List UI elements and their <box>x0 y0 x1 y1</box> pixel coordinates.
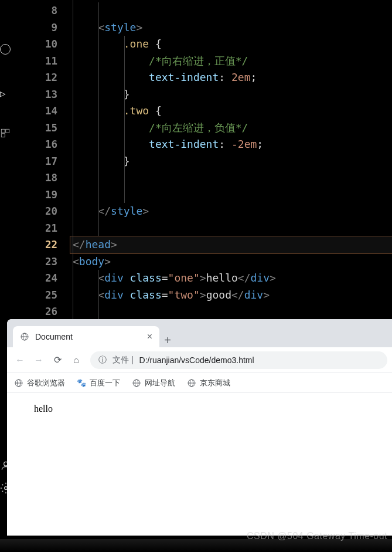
line-number[interactable]: 24 <box>12 270 70 287</box>
bookmark-label: 网址导航 <box>145 378 175 388</box>
rendered-text-one: hello <box>15 404 384 414</box>
bookmark-item[interactable]: 🐾 百度一下 <box>77 378 120 388</box>
line-number[interactable]: 15 <box>12 120 70 137</box>
line-number[interactable]: 26 <box>12 303 70 320</box>
line-number[interactable]: 25 <box>12 287 70 304</box>
line-number[interactable]: 19 <box>12 187 70 204</box>
line-number[interactable]: 12 <box>12 69 70 86</box>
svg-rect-0 <box>1 129 5 133</box>
close-tab-icon[interactable]: × <box>147 331 152 342</box>
extensions-icon[interactable] <box>0 128 11 138</box>
line-number[interactable]: 9 <box>12 19 70 36</box>
activity-bar <box>0 0 12 319</box>
line-number[interactable]: 13 <box>12 86 70 103</box>
line-number[interactable]: 14 <box>12 103 70 120</box>
address-bar[interactable]: ⓘ 文件 | D:/ruanjian/vsCode/demo3.html <box>90 351 387 369</box>
addr-scheme: 文件 | <box>113 355 134 365</box>
page-viewport: hello od <box>7 393 392 435</box>
code-content[interactable]: <style> .one { /*向右缩进，正值*/ text-indent: … <box>70 0 392 319</box>
globe-icon <box>14 378 23 388</box>
bookmark-label: 谷歌浏览器 <box>27 378 65 388</box>
line-number[interactable]: 11 <box>12 53 70 70</box>
tab-title: Document <box>35 332 141 341</box>
paw-icon: 🐾 <box>77 378 86 388</box>
line-number[interactable]: 18 <box>12 170 70 187</box>
line-number[interactable]: 23 <box>12 253 70 270</box>
circle-icon[interactable] <box>0 44 11 55</box>
bookmarks-bar: 谷歌浏览器 🐾 百度一下 网址导航 京东商城 <box>7 373 392 393</box>
bookmark-label: 百度一下 <box>90 378 120 388</box>
back-button[interactable]: ← <box>12 352 28 368</box>
globe-icon <box>20 332 29 341</box>
line-number[interactable]: 21 <box>12 220 70 237</box>
new-tab-button[interactable]: + <box>159 334 176 347</box>
line-number[interactable]: 22 <box>12 236 70 253</box>
bookmark-label: 京东商城 <box>200 378 230 388</box>
globe-icon <box>187 378 196 388</box>
line-number[interactable]: 20 <box>12 203 70 220</box>
bookmark-item[interactable]: 网址导航 <box>132 378 175 388</box>
svg-rect-2 <box>1 134 5 137</box>
line-number[interactable]: 16 <box>12 136 70 153</box>
run-icon[interactable] <box>0 88 11 99</box>
reload-button[interactable]: ⟳ <box>49 352 66 368</box>
bookmark-item[interactable]: 京东商城 <box>187 378 230 388</box>
code-editor: 8 9 10 11 12 13 14 15 16 17 18 19 20 21 … <box>0 0 392 319</box>
svg-rect-1 <box>6 129 9 133</box>
info-icon: ⓘ <box>98 355 107 365</box>
line-number[interactable]: 8 <box>12 2 70 19</box>
browser-toolbar: ← → ⟳ ⌂ ⓘ 文件 | D:/ruanjian/vsCode/demo3.… <box>7 347 392 373</box>
browser-window: Document × + ← → ⟳ ⌂ ⓘ 文件 | D:/ruanjian/… <box>7 319 392 536</box>
line-number[interactable]: 10 <box>12 36 70 53</box>
line-number[interactable]: 17 <box>12 153 70 170</box>
browser-tab[interactable]: Document × <box>13 326 159 347</box>
rendered-text-two: od <box>15 414 384 425</box>
bookmark-item[interactable]: 谷歌浏览器 <box>14 378 65 388</box>
tab-strip: Document × + <box>7 319 392 347</box>
home-button[interactable]: ⌂ <box>68 352 84 368</box>
line-number-gutter: 8 9 10 11 12 13 14 15 16 17 18 19 20 21 … <box>12 0 70 319</box>
globe-icon <box>132 378 141 388</box>
forward-button[interactable]: → <box>30 352 47 368</box>
addr-path: D:/ruanjian/vsCode/demo3.html <box>139 355 254 365</box>
watermark: CSDN @504 Gateway Time-out <box>247 531 387 541</box>
